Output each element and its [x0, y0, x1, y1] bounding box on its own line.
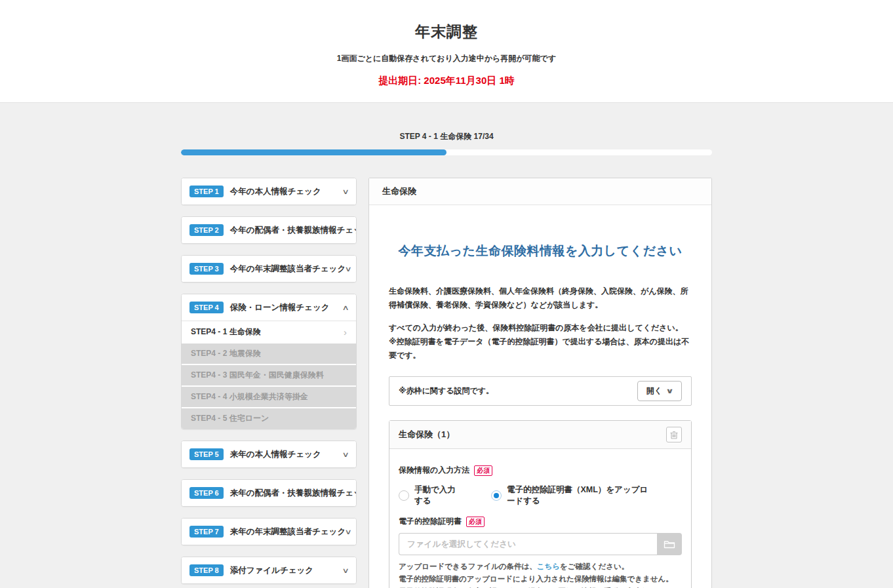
sidebar-step-5[interactable]: STEP 5 来年の本人情報チェック ∨	[182, 441, 356, 467]
chevron-right-icon: ›	[344, 326, 347, 338]
open-button[interactable]: 開く ∨	[637, 381, 682, 401]
progress-bar-fill	[181, 149, 446, 155]
sidebar-item-step4-3-national-pension: STEP4 - 3 国民年金・国民健康保険料	[182, 364, 356, 385]
site-header: 年末調整 1画面ごとに自動保存されており入力途中から再開が可能です 提出期日: …	[0, 0, 893, 103]
step-7-badge: STEP 7	[189, 526, 224, 538]
progress-label: STEP 4 - 1 生命保険 17/34	[181, 131, 712, 142]
step-7-label: 来年の年末調整該当者チェック	[230, 526, 346, 538]
step-4-label: 保険・ローン情報チェック	[230, 302, 330, 313]
required-badge: 必須	[466, 517, 485, 527]
step4-5-label: STEP4 - 5 住宅ローン	[191, 413, 269, 424]
folder-icon	[664, 539, 675, 549]
autosave-note: 1画面ごとに自動保存されており入力途中から再開が可能です	[0, 53, 893, 64]
sidebar-item-step4-2-earthquake-insurance: STEP4 - 2 地震保険	[182, 342, 356, 364]
step-3-label: 今年の年末調整該当者チェック	[230, 264, 346, 275]
progress-bar	[181, 149, 712, 155]
help-line1-after: をご確認ください。	[560, 562, 629, 570]
chevron-down-icon: ∨	[345, 528, 352, 536]
intro-paragraph: 生命保険料、介護医療保険料、個人年金保険料（終身保険、入院保険、がん保険、所得補…	[389, 284, 692, 312]
chevron-down-icon: ∨	[342, 187, 349, 196]
step-2-label: 今年の配偶者・扶養親族情報チェック	[230, 225, 357, 236]
file-browse-button[interactable]	[657, 533, 682, 555]
card-title: 生命保険（1）	[399, 429, 454, 441]
step4-1-label: STEP4 - 1 生命保険	[191, 326, 261, 338]
sidebar-step-2[interactable]: STEP 2 今年の配偶者・扶養親族情報チェック ∨	[182, 217, 356, 243]
chevron-down-icon: ∨	[342, 566, 349, 575]
step-2-badge: STEP 2	[189, 224, 224, 236]
sidebar-step-4[interactable]: STEP 4 保険・ローン情報チェック ∧	[182, 294, 356, 321]
radio-manual-label: 手動で入力する	[414, 484, 461, 507]
radio-xml-label: 電子的控除証明書（XML）をアップロードする	[507, 484, 652, 507]
submit-note-paragraph: すべての入力が終わった後、保険料控除証明書の原本を会社に提出してください。 ※控…	[389, 321, 692, 363]
step-4-badge: STEP 4	[189, 302, 224, 313]
life-insurance-card-1: 生命保険（1）	[389, 420, 692, 588]
sidebar-step-1[interactable]: STEP 1 今年の本人情報チェック ∨	[182, 178, 356, 205]
step-8-badge: STEP 8	[189, 564, 224, 576]
input-method-label: 保険情報の入力方法	[399, 465, 469, 476]
sidebar-item-step4-1-life-insurance[interactable]: STEP4 - 1 生命保険 ›	[182, 321, 356, 342]
sidebar-step-7[interactable]: STEP 7 来年の年末調整該当者チェック ∨	[182, 519, 356, 545]
red-frame-note: ※赤枠に関する設問です。	[399, 385, 494, 397]
submit-note-line2: ※控除証明書を電子データ（電子的控除証明書）で提出する場合は、原本の提出は不要で…	[389, 337, 689, 360]
submit-note-line1: すべての入力が終わった後、保険料控除証明書の原本を会社に提出してください。	[389, 323, 683, 332]
red-frame-note-row: ※赤枠に関する設問です。 開く ∨	[389, 376, 692, 406]
required-badge: 必須	[474, 465, 492, 476]
sidebar-step-3[interactable]: STEP 3 今年の年末調整該当者チェック ∨	[182, 256, 356, 282]
step4-2-label: STEP4 - 2 地震保険	[191, 348, 261, 359]
panel-title: 生命保険	[369, 178, 711, 205]
delete-card-button[interactable]	[666, 427, 682, 442]
chevron-up-icon: ∧	[342, 304, 349, 312]
step-6-badge: STEP 6	[189, 487, 224, 499]
step-1-badge: STEP 1	[189, 186, 224, 197]
input-method-field: 保険情報の入力方法 必須 手動で入力する 電子的控除証明書	[399, 465, 682, 507]
certificate-label: 電子的控除証明書	[399, 516, 462, 527]
step-8-label: 添付ファイルチェック	[230, 565, 313, 576]
step-5-label: 来年の本人情報チェック	[230, 449, 321, 460]
radio-manual-input[interactable]: 手動で入力する	[399, 484, 461, 507]
sidebar-step-8[interactable]: STEP 8 添付ファイルチェック ∨	[182, 557, 356, 583]
radio-icon	[491, 490, 502, 501]
chevron-down-icon: ∨	[345, 265, 352, 273]
section-heading: 今年支払った生命保険料情報を入力してください	[389, 243, 692, 260]
progress-area: STEP 4 - 1 生命保険 17/34	[181, 103, 712, 155]
radio-icon	[399, 490, 409, 501]
step-1-label: 今年の本人情報チェック	[230, 186, 321, 197]
sidebar-step-6[interactable]: STEP 6 来年の配偶者・扶養親族情報チェック ∨	[182, 480, 356, 506]
step-3-badge: STEP 3	[189, 263, 224, 275]
chevron-down-icon: ∨	[342, 450, 349, 459]
sidebar-item-step4-4-mutual-aid: STEP4 - 4 小規模企業共済等掛金	[182, 385, 356, 407]
help-line2: 電子的控除証明書のアップロードにより入力された保険情報は編集できません。	[399, 575, 673, 583]
kochira-link[interactable]: こちら	[537, 562, 560, 570]
page-title: 年末調整	[0, 22, 893, 42]
step-sidebar: STEP 1 今年の本人情報チェック ∨ STEP 2 今年の配偶者・扶養親族情…	[181, 178, 357, 588]
trash-icon	[670, 431, 678, 439]
open-button-label: 開く	[646, 385, 662, 397]
help-line1-before: アップロードできるファイルの条件は、	[399, 562, 537, 570]
step4-3-label: STEP4 - 3 国民年金・国民健康保険料	[191, 370, 324, 381]
certificate-file-input[interactable]	[399, 533, 657, 555]
life-insurance-panel: 生命保険 今年支払った生命保険料情報を入力してください 生命保険料、介護医療保険…	[368, 178, 712, 588]
chevron-down-icon: ∨	[665, 387, 674, 395]
radio-xml-upload[interactable]: 電子的控除証明書（XML）をアップロードする	[491, 484, 652, 507]
deadline-text: 提出期日: 2025年11月30日 1時	[0, 75, 893, 87]
step4-4-label: STEP4 - 4 小規模企業共済等掛金	[191, 391, 308, 402]
step-5-badge: STEP 5	[189, 448, 224, 460]
step-6-label: 来年の配偶者・扶養親族情報チェック	[230, 488, 357, 499]
sidebar-item-step4-5-housing-loan: STEP4 - 5 住宅ローン	[182, 407, 356, 429]
upload-help-text: アップロードできるファイルの条件は、こちらをご確認ください。 電子的控除証明書の…	[399, 560, 682, 588]
certificate-field: 電子的控除証明書 必須	[399, 516, 682, 588]
